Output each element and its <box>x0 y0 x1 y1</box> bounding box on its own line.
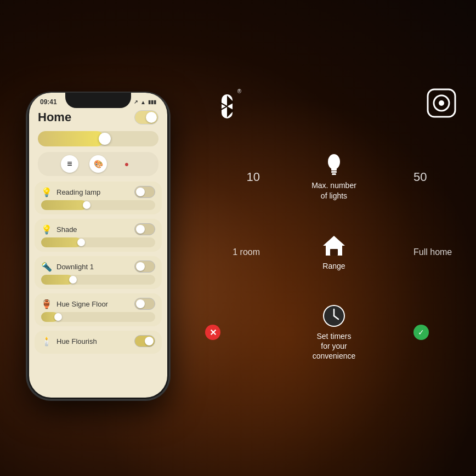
location-icon: ↗ <box>134 99 138 105</box>
comparison-panel: ® 10 <box>194 98 463 377</box>
max-lights-left-value: 10 <box>247 170 260 184</box>
bulb-icon-2: 💡 <box>41 224 52 235</box>
range-right: Full home <box>408 247 463 257</box>
cross-icon: ✕ <box>205 325 220 340</box>
bluetooth-icon <box>213 90 241 123</box>
phone-wrapper: 09:41 ↗ ▲ ▮▮▮ Home <box>13 32 183 460</box>
light-item-shade: 💡 Shade <box>35 219 162 252</box>
downlight-slider[interactable] <box>41 275 155 285</box>
downlight-toggle[interactable] <box>134 260 155 273</box>
main-container: 09:41 ↗ ▲ ▮▮▮ Home <box>0 0 476 476</box>
timers-row: ✕ Set timersfor yourconvenience ✓ <box>205 287 463 378</box>
reading-lamp-fill <box>41 200 87 210</box>
timers-right: ✓ <box>408 325 463 340</box>
shade-slider[interactable] <box>41 237 155 247</box>
svg-point-4 <box>328 154 340 169</box>
signe-icon: 🏺 <box>41 299 52 309</box>
phone-screen: 09:41 ↗ ▲ ▮▮▮ Home <box>29 93 167 398</box>
brightness-thumb <box>99 133 111 145</box>
signe-thumb <box>54 313 62 321</box>
app-header: Home <box>29 108 167 129</box>
shade-name: 💡 Shade <box>41 224 77 235</box>
home-toggle[interactable] <box>134 110 158 124</box>
range-left-value: 1 room <box>233 247 260 257</box>
max-lights-right: 50 <box>408 170 463 184</box>
phone-notch <box>65 93 131 108</box>
bluetooth-icon-container: ® <box>211 87 243 126</box>
light-item-signe: 🏺 Hue Signe Floor <box>35 293 162 326</box>
max-lights-right-value: 50 <box>413 170 427 184</box>
brightness-slider[interactable] <box>38 131 158 146</box>
downlight-thumb <box>69 276 77 284</box>
timers-label: Set timersfor yourconvenience <box>313 331 356 361</box>
spot-icon: 🔦 <box>41 262 52 272</box>
battery-icon: ▮▮▮ <box>148 99 156 105</box>
range-right-value: Full home <box>413 247 452 257</box>
max-lights-row: 10 Max. numberof lights 50 <box>205 137 463 217</box>
flourish-name: 🕯️ Hue Flourish <box>41 336 97 347</box>
flourish-icon: 🕯️ <box>41 336 52 347</box>
signe-slider[interactable] <box>41 312 155 322</box>
bluetooth-section: ® <box>211 87 243 126</box>
range-left: 1 room <box>205 247 260 257</box>
light-item-flourish: 🕯️ Hue Flourish <box>35 331 162 354</box>
range-row: 1 room Range Full home <box>205 217 463 287</box>
svg-point-3 <box>439 100 444 106</box>
max-lights-label: Max. numberof lights <box>311 180 356 200</box>
light-item-reading-lamp: 💡 Reading lamp <box>35 182 162 214</box>
light-list: 💡 Reading lamp <box>29 178 167 357</box>
max-lights-left: 10 <box>205 170 260 184</box>
timers-center: Set timersfor yourconvenience <box>260 304 408 361</box>
phone-device: 09:41 ↗ ▲ ▮▮▮ Home <box>27 93 169 400</box>
bulb-icon-1: 💡 <box>41 187 52 197</box>
registered-mark: ® <box>237 88 241 94</box>
light-item-downlight: 🔦 Downlight 1 <box>35 256 162 289</box>
shade-thumb <box>77 239 85 246</box>
list-icon: ≡ <box>67 159 72 169</box>
clock-icon <box>322 304 346 328</box>
bulb-icon <box>326 153 342 177</box>
timers-left: ✕ <box>205 325 260 340</box>
scenes-icon: 🎨 <box>94 160 103 168</box>
color-icon: ● <box>124 160 129 168</box>
check-icon: ✓ <box>413 325 429 340</box>
home-title: Home <box>38 110 71 124</box>
range-label: Range <box>322 261 345 271</box>
max-lights-center: Max. numberof lights <box>260 153 408 200</box>
signe-toggle[interactable] <box>134 298 155 310</box>
flourish-toggle[interactable] <box>134 335 155 347</box>
tab-color[interactable]: ● <box>118 155 135 173</box>
tab-scenes[interactable]: 🎨 <box>89 155 107 173</box>
downlight-fill <box>41 275 73 285</box>
svg-rect-8 <box>330 249 338 256</box>
svg-rect-5 <box>331 168 337 171</box>
downlight-name: 🔦 Downlight 1 <box>41 262 94 272</box>
reading-lamp-slider[interactable] <box>41 200 155 210</box>
shade-fill <box>41 237 81 247</box>
reading-lamp-toggle[interactable] <box>134 186 155 198</box>
content-area: 09:41 ↗ ▲ ▮▮▮ Home <box>13 24 463 452</box>
signe-name: 🏺 Hue Signe Floor <box>41 299 108 309</box>
reading-lamp-name: 💡 Reading lamp <box>41 187 100 197</box>
status-icons: ↗ ▲ ▮▮▮ <box>134 99 156 105</box>
shade-toggle[interactable] <box>134 223 155 235</box>
hue-bridge-icon <box>426 87 457 119</box>
svg-rect-7 <box>332 173 336 175</box>
status-time: 09:41 <box>40 98 57 106</box>
home-icon <box>320 234 348 258</box>
tab-list[interactable]: ≡ <box>61 155 78 173</box>
tab-bar: ≡ 🎨 ● <box>38 152 158 176</box>
brightness-fill <box>38 131 104 146</box>
wifi-icon: ▲ <box>140 99 146 105</box>
range-center: Range <box>260 234 408 271</box>
svg-rect-6 <box>331 171 337 173</box>
reading-lamp-thumb <box>83 201 90 209</box>
bridge-section <box>426 87 457 119</box>
